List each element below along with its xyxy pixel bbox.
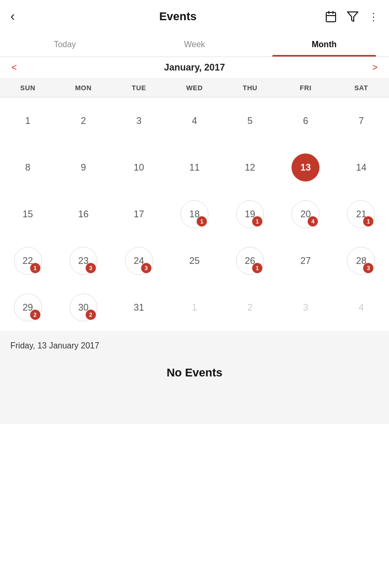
calendar-day-8[interactable]: 8	[0, 144, 55, 191]
day-number: 14	[356, 162, 366, 173]
day-header-sat: SAT	[334, 84, 389, 92]
day-number: 7	[358, 116, 364, 127]
day-number: 3	[136, 116, 142, 127]
calendar-day-next-1[interactable]: 1	[166, 284, 222, 331]
svg-marker-4	[348, 12, 358, 21]
calendar-day-4[interactable]: 4	[166, 97, 222, 144]
calendar-icon[interactable]	[325, 10, 337, 23]
calendar-day-26[interactable]: 261	[223, 237, 278, 284]
calendar-day-29[interactable]: 292	[0, 284, 55, 331]
day-number: 4	[358, 302, 364, 313]
tab-month[interactable]: Month	[259, 33, 389, 57]
month-nav: < January, 2017 >	[0, 57, 389, 79]
calendar-day-13[interactable]: 13	[278, 144, 334, 191]
day-header-thu: THU	[223, 84, 278, 92]
day-number: 8	[25, 162, 31, 173]
event-badge: 1	[30, 263, 40, 273]
day-number: 17	[134, 209, 144, 220]
day-number: 31	[134, 302, 144, 313]
filter-icon[interactable]	[346, 10, 359, 23]
event-badge: 3	[86, 263, 96, 273]
calendar-day-11[interactable]: 11	[166, 144, 222, 191]
day-number: 6	[303, 116, 308, 127]
calendar-day-31[interactable]: 31	[111, 284, 166, 331]
day-header-mon: MON	[55, 84, 111, 92]
day-number: 1	[25, 116, 31, 127]
calendar-day-22[interactable]: 221	[0, 237, 55, 284]
calendar-day-2[interactable]: 2	[55, 97, 111, 144]
tab-today[interactable]: Today	[0, 33, 130, 57]
event-badge: 3	[141, 263, 151, 273]
page-title: Events	[31, 10, 325, 23]
day-number: 3	[303, 302, 308, 313]
calendar-day-25[interactable]: 25	[166, 237, 222, 284]
day-number: 12	[245, 162, 255, 173]
month-title: January, 2017	[164, 62, 225, 73]
calendar-grid: 1234567891011121314151617181191204211221…	[0, 97, 389, 331]
calendar-day-21[interactable]: 211	[334, 191, 389, 237]
event-badge: 1	[197, 216, 207, 227]
no-events-label: No Events	[10, 366, 379, 380]
day-number: 5	[247, 116, 253, 127]
calendar-day-14[interactable]: 14	[334, 144, 389, 191]
event-badge: 2	[86, 310, 96, 320]
calendar-day-16[interactable]: 16	[55, 191, 111, 237]
tab-week[interactable]: Week	[130, 33, 259, 57]
day-header-tue: TUE	[111, 84, 166, 92]
calendar-day-next-2[interactable]: 2	[223, 284, 278, 331]
calendar-day-18[interactable]: 181	[166, 191, 222, 237]
event-badge: 1	[252, 216, 262, 227]
event-badge: 1	[363, 216, 373, 227]
day-number: 16	[78, 209, 89, 220]
day-number: 4	[192, 116, 197, 127]
calendar-day-28[interactable]: 283	[334, 237, 389, 284]
prev-month-button[interactable]: <	[5, 60, 23, 75]
calendar-day-next-4[interactable]: 4	[334, 284, 389, 331]
calendar-day-30[interactable]: 302	[55, 284, 111, 331]
selected-date: Friday, 13 January 2017	[10, 341, 379, 351]
day-header-sun: SUN	[0, 84, 55, 92]
day-header-wed: WED	[166, 84, 222, 92]
day-number: 11	[189, 162, 200, 173]
day-number: 10	[134, 162, 144, 173]
event-badge: 3	[363, 263, 373, 273]
calendar-day-5[interactable]: 5	[223, 97, 278, 144]
back-button[interactable]: ‹	[10, 8, 31, 24]
more-icon[interactable]: ⋮	[368, 10, 379, 23]
calendar-day-3[interactable]: 3	[111, 97, 166, 144]
calendar-day-17[interactable]: 17	[111, 191, 166, 237]
day-header-fri: FRI	[278, 84, 334, 92]
calendar-day-next-3[interactable]: 3	[278, 284, 334, 331]
next-month-button[interactable]: >	[366, 60, 384, 75]
calendar-day-19[interactable]: 191	[223, 191, 278, 237]
day-number: 2	[247, 302, 253, 313]
day-headers: SUN MON TUE WED THU FRI SAT	[0, 79, 389, 97]
calendar-day-12[interactable]: 12	[223, 144, 278, 191]
calendar-day-27[interactable]: 27	[278, 237, 334, 284]
day-number: 15	[23, 209, 33, 220]
day-number: 25	[189, 256, 200, 267]
calendar-day-9[interactable]: 9	[55, 144, 111, 191]
event-badge: 2	[30, 310, 40, 320]
calendar-day-23[interactable]: 233	[55, 237, 111, 284]
svg-rect-0	[326, 12, 336, 22]
calendar-day-10[interactable]: 10	[111, 144, 166, 191]
calendar-day-7[interactable]: 7	[334, 97, 389, 144]
day-number: 9	[81, 162, 86, 173]
day-number: 2	[81, 116, 86, 127]
bottom-panel: Friday, 13 January 2017 No Events	[0, 331, 389, 424]
header-icons: ⋮	[325, 10, 379, 23]
calendar-day-24[interactable]: 243	[111, 237, 166, 284]
header: ‹ Events ⋮	[0, 0, 389, 33]
event-badge: 4	[308, 216, 318, 227]
calendar-day-6[interactable]: 6	[278, 97, 334, 144]
calendar-day-1[interactable]: 1	[0, 97, 55, 144]
event-badge: 1	[252, 263, 262, 273]
tabs: Today Week Month	[0, 33, 389, 57]
day-number: 27	[300, 256, 311, 267]
calendar-day-20[interactable]: 204	[278, 191, 334, 237]
day-number: 1	[192, 302, 197, 313]
calendar-day-15[interactable]: 15	[0, 191, 55, 237]
day-number: 13	[300, 162, 311, 173]
